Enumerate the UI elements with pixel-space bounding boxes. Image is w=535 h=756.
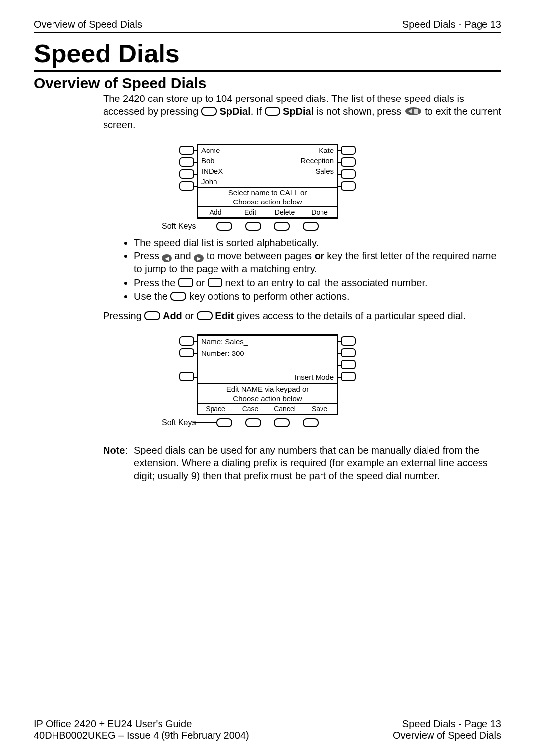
softkey-icon [265, 107, 280, 116]
softkey-icon [245, 418, 261, 427]
bullet-text: Press the [134, 277, 178, 288]
softkey-buttons-row: Soft Keys [216, 222, 319, 231]
note-label: Note: [103, 444, 128, 482]
line-key-icon [179, 169, 194, 179]
mid-text: or [185, 310, 196, 321]
softkeys-caption: Soft Keys [162, 418, 196, 427]
name-field: Name: Sales_ [201, 337, 248, 346]
right-line-keys [341, 144, 356, 191]
bullet-item: Press the or next to an entry to call th… [134, 277, 501, 290]
intro-text-3: is not shown, press [314, 106, 404, 117]
softkey-labels: Space Case Cancel Save [198, 403, 337, 414]
footer-left-1: IP Office 2420 + EU24 User's Guide [34, 718, 249, 730]
add-label: Add [163, 310, 182, 321]
softkey-labels: Add Edit Delete Done [198, 206, 337, 217]
header-right: Speed Dials - Page 13 [402, 19, 501, 30]
screen-message-2: Choose action below [198, 197, 337, 206]
note-text: Speed dials can be used for any numbers … [134, 444, 501, 482]
entry-left: Acme [201, 146, 220, 154]
entry-right: Reception [300, 156, 334, 165]
line-key-icon [179, 348, 194, 357]
intro-text-2: . If [251, 106, 265, 117]
left-line-keys [179, 334, 194, 381]
left-line-keys [179, 144, 194, 191]
insert-mode-label: Insert Mode [201, 373, 334, 381]
blank-row [201, 361, 203, 369]
bullet-text: Press [134, 251, 162, 261]
softkey-label: Save [302, 405, 337, 413]
note-label-text: Note [103, 445, 125, 455]
line-key-icon [341, 360, 356, 369]
page-left-icon: ◀ [162, 254, 172, 262]
line-key-icon [341, 157, 356, 167]
page-right-icon: ▶ [194, 254, 204, 262]
exit-icon [404, 106, 422, 119]
line-key-icon [179, 146, 194, 155]
bullet-item: Use the key options to perform other act… [134, 290, 501, 303]
softkey-icon [197, 311, 213, 320]
entry-left: INDeX [201, 167, 223, 175]
softkey-label: Cancel [268, 405, 302, 413]
softkey-label: Edit [233, 208, 268, 216]
number-field: Number: 300 [201, 349, 244, 357]
line-key-icon [179, 157, 194, 167]
page-footer: IP Office 2420 + EU24 User's Guide 40DHB… [34, 718, 501, 741]
svg-rect-1 [414, 109, 418, 114]
softkey-label: Done [302, 208, 337, 216]
page-header: Overview of Speed Dials Speed Dials - Pa… [34, 19, 501, 32]
speed-dial-list-diagram: AcmeKate BobReception INDeXSales John Se… [34, 144, 501, 231]
softkey-label: Case [233, 405, 268, 413]
bullet-text: key options to perform other actions. [189, 291, 350, 302]
speed-dial-edit-diagram: Name: Sales_ Number: 300 Insert Mode Edi… [34, 334, 501, 427]
bullet-or: or [315, 251, 324, 261]
line-key-icon [341, 146, 356, 155]
entry-left: John [201, 177, 217, 186]
spdial-label-1: SpDial [219, 106, 250, 117]
bullet-text: and [174, 251, 194, 261]
title-rule [34, 70, 501, 72]
bullet-item: Press ◀ and ▶ to move between pages or k… [134, 250, 501, 275]
softkey-icon [303, 418, 319, 427]
softkey-icon [144, 311, 160, 320]
bullet-text: The speed dial list is sorted alphabetic… [134, 237, 319, 248]
softkey-label: Space [198, 405, 233, 413]
bullet-item: The speed dial list is sorted alphabetic… [134, 237, 501, 250]
screen-message-1: Select name to CALL or [198, 187, 337, 197]
intro-paragraph: The 2420 can store up to 104 personal sp… [103, 93, 501, 132]
name-value: : Sales_ [221, 337, 248, 346]
bullet-text: to move between pages [207, 251, 315, 261]
page-title: Speed Dials [34, 39, 501, 68]
softkey-buttons-row: Soft Keys [216, 418, 319, 427]
footer-right-2: Overview of Speed Dials [393, 730, 501, 741]
softkey-icon [201, 107, 217, 116]
softkey-icon [170, 292, 186, 301]
bullet-text: next to an entry to call the associated … [225, 277, 428, 288]
entry-right: Kate [319, 146, 334, 154]
footer-right-1: Speed Dials - Page 13 [393, 718, 501, 730]
softkey-icon [303, 222, 319, 231]
mid-text: Pressing [103, 310, 144, 321]
line-key-icon [179, 372, 194, 381]
phone-screen: AcmeKate BobReception INDeXSales John Se… [197, 144, 338, 219]
line-key-icon [341, 181, 356, 191]
header-rule [34, 32, 501, 33]
footer-left-2: 40DHB0002UKEG – Issue 4 (9th February 20… [34, 730, 249, 741]
line-key-right-icon [178, 278, 193, 287]
line-key-icon [341, 336, 356, 346]
section-title: Overview of Speed Dials [34, 75, 501, 92]
entry-left: Bob [201, 156, 214, 165]
screen-message-1: Edit NAME via keypad or [198, 383, 337, 394]
screen-message-2: Choose action below [198, 394, 337, 403]
softkey-label: Delete [268, 208, 302, 216]
spdial-label-2: SpDial [283, 106, 314, 117]
bullet-text: Use the [134, 291, 170, 302]
softkeys-caption: Soft Keys [162, 222, 196, 231]
entry-right: Sales [315, 167, 334, 175]
softkey-icon [216, 222, 232, 231]
line-key-icon [341, 169, 356, 179]
mid-text: gives access to the details of a particu… [237, 310, 466, 321]
bullet-text: or [196, 277, 208, 288]
header-left: Overview of Speed Dials [34, 19, 142, 30]
line-key-icon [341, 372, 356, 381]
line-key-icon [179, 336, 194, 346]
